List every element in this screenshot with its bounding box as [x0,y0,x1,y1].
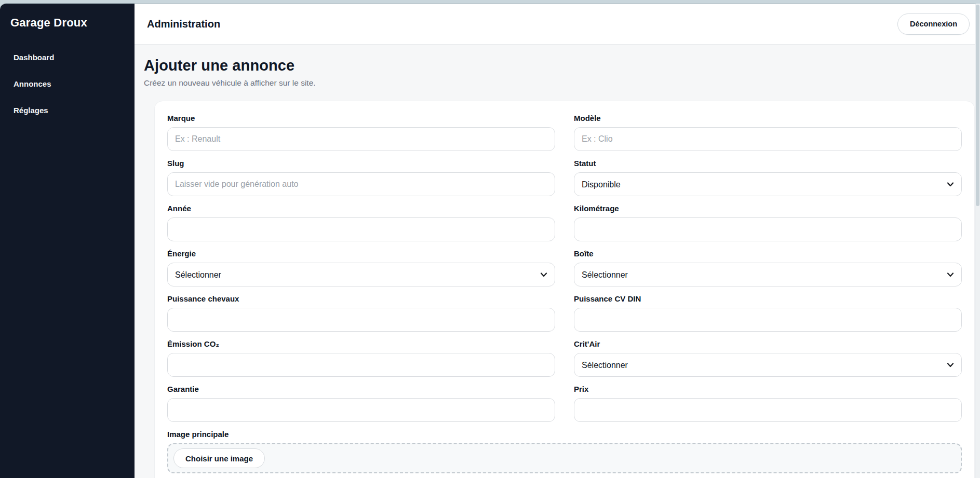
field-label-statut: Statut [574,159,962,168]
topbar: Administration Déconnexion [135,4,980,45]
field-slug: Slug [167,159,555,196]
sidebar-item-dashboard[interactable]: Dashboard [0,44,135,71]
field-modele: Modèle [574,114,962,151]
field-label-slug: Slug [167,159,555,168]
critair-select[interactable]: Sélectionner [574,353,962,377]
sidebar-item-reglages[interactable]: Réglages [0,97,135,124]
field-label-puissance-cv-din: Puissance CV DIN [574,294,962,303]
field-marque: Marque [167,114,555,151]
field-boite: Boîte Sélectionner [574,249,962,286]
field-label-puissance-chevaux: Puissance chevaux [167,294,555,303]
field-label-modele: Modèle [574,114,962,122]
scrollbar-thumb[interactable] [976,5,979,206]
field-label-critair: Crit'Air [574,339,962,348]
choose-image-button[interactable]: Choisir une image [173,448,265,468]
field-annee: Année [167,204,555,241]
garantie-input[interactable] [167,398,555,422]
field-label-energie: Énergie [167,249,555,258]
content: Ajouter une annonce Créez un nouveau véh… [135,45,980,478]
modele-input[interactable] [574,127,962,151]
brand: Garage Droux [0,16,135,30]
sidebar-item-annonces[interactable]: Annonces [0,71,135,97]
sidebar-nav: Dashboard Annonces Réglages [0,44,135,124]
field-puissance-chevaux: Puissance chevaux [167,294,555,332]
field-label-marque: Marque [167,114,555,122]
statut-select-wrap: Disponible [574,172,962,196]
page-scrollbar[interactable] [975,4,980,478]
logout-button[interactable]: Déconnexion [897,13,970,35]
image-dropzone[interactable]: Choisir une image [167,443,962,473]
field-puissance-cv-din: Puissance CV DIN [574,294,962,332]
emission-co2-input[interactable] [167,353,555,377]
page-subtitle: Créez un nouveau véhicule à afficher sur… [144,78,975,88]
prix-input[interactable] [574,398,962,422]
field-emission-co2: Émission CO₂ [167,339,555,377]
field-kilometrage: Kilométrage [574,204,962,241]
energie-select[interactable]: Sélectionner [167,263,555,286]
add-annonce-form-card: Marque Modèle Slug Statut [154,101,975,478]
topbar-title: Administration [147,18,220,30]
field-prix: Prix [574,385,962,422]
field-critair: Crit'Air Sélectionner [574,339,962,377]
form-grid: Marque Modèle Slug Statut [167,114,962,473]
kilometrage-input[interactable] [574,217,962,241]
critair-select-wrap: Sélectionner [574,353,962,377]
field-image-principale: Image principale Choisir une image [167,430,962,473]
field-label-annee: Année [167,204,555,213]
field-garantie: Garantie [167,385,555,422]
statut-select[interactable]: Disponible [574,172,962,196]
app-window: Garage Droux Dashboard Annonces Réglages… [0,4,980,478]
main-area: Administration Déconnexion Ajouter une a… [135,4,980,478]
field-label-image-principale: Image principale [167,430,962,439]
boite-select[interactable]: Sélectionner [574,263,962,286]
boite-select-wrap: Sélectionner [574,263,962,286]
energie-select-wrap: Sélectionner [167,263,555,286]
field-statut: Statut Disponible [574,159,962,196]
slug-input[interactable] [167,172,555,196]
sidebar: Garage Droux Dashboard Annonces Réglages [0,4,135,478]
puissance-cv-din-input[interactable] [574,308,962,332]
field-label-boite: Boîte [574,249,962,258]
field-label-prix: Prix [574,385,962,393]
field-label-kilometrage: Kilométrage [574,204,962,213]
field-label-garantie: Garantie [167,385,555,393]
field-energie: Énergie Sélectionner [167,249,555,286]
field-label-emission-co2: Émission CO₂ [167,339,555,348]
page-title: Ajouter une annonce [144,57,975,74]
puissance-chevaux-input[interactable] [167,308,555,332]
marque-input[interactable] [167,127,555,151]
annee-input[interactable] [167,217,555,241]
